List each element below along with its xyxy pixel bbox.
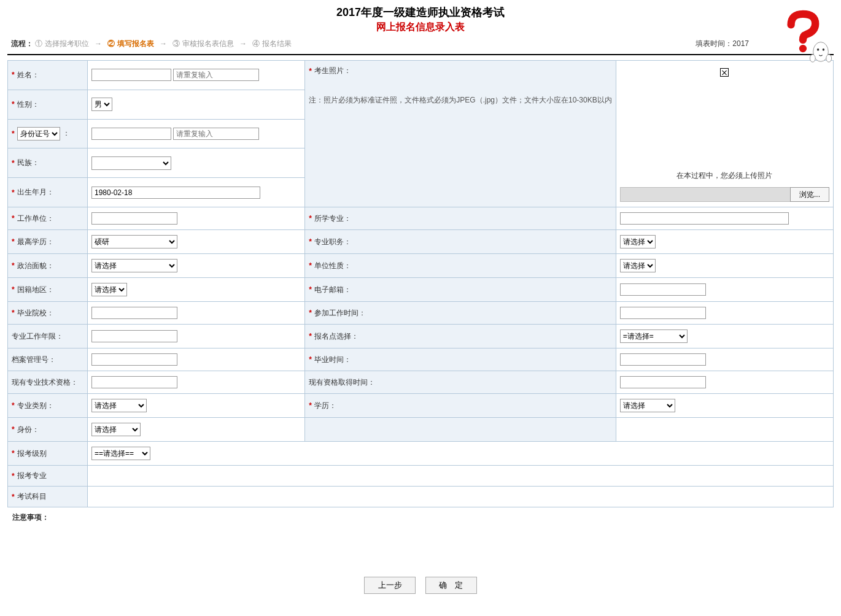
label-gender: 性别：	[17, 99, 39, 110]
identity-select[interactable]: 请选择	[91, 423, 141, 436]
flow-bar: 流程： ① 选择报考职位 → ② 填写报名表 → ③ 审核报名表信息 → ④ 报…	[0, 35, 841, 54]
study-major-input[interactable]	[620, 212, 789, 225]
button-row: 上一步 确 定	[0, 528, 841, 616]
label-archive: 档案管理号：	[12, 355, 56, 365]
label-unit-type: 单位性质：	[314, 261, 351, 271]
flow-step-4: ④ 报名结果	[252, 39, 291, 48]
flow-step-1: ① 选择报考职位	[35, 39, 88, 48]
degree-select[interactable]: 请选择	[620, 399, 675, 412]
name-repeat-input[interactable]	[173, 69, 259, 81]
photo-area: 在本过程中，您必须上传照片 浏览...	[616, 61, 833, 207]
current-qual-input[interactable]	[91, 376, 177, 388]
major-cat-select[interactable]: 请选择	[91, 399, 147, 412]
join-work-input[interactable]	[620, 307, 706, 319]
qual-time-input[interactable]	[620, 376, 706, 388]
id-input[interactable]	[91, 128, 171, 140]
page-title: 2017年度一级建造师执业资格考试	[0, 5, 841, 20]
ethnic-select[interactable]	[91, 156, 171, 170]
archive-input[interactable]	[91, 353, 177, 366]
label-prof-title: 专业职务：	[314, 237, 351, 247]
unit-type-select[interactable]: 请选择	[620, 259, 656, 272]
label-id-colon: ：	[63, 128, 70, 139]
label-email: 电子邮箱：	[314, 285, 351, 295]
label-identity: 身份：	[17, 425, 39, 435]
label-reg-point: 报名点选择：	[314, 331, 358, 342]
prof-title-select[interactable]: 请选择	[620, 235, 656, 248]
photo-note: 注：照片必须为标准证件照，文件格式必须为JPEG（.jpg）文件；文件大小应在1…	[309, 94, 611, 106]
grad-school-input[interactable]	[91, 307, 177, 319]
svg-point-4	[810, 55, 815, 62]
reg-point-select[interactable]: =请选择=	[620, 329, 688, 343]
label-exam-major: 报考专业	[17, 471, 47, 481]
email-input[interactable]	[620, 283, 706, 296]
label-qual-time: 现有资格取得时间：	[309, 377, 375, 388]
required-icon: *	[12, 71, 15, 79]
prev-button[interactable]: 上一步	[364, 577, 416, 594]
browse-button[interactable]: 浏览...	[790, 187, 829, 202]
label-ethnic: 民族：	[17, 158, 39, 168]
flow-label: 流程：	[11, 39, 33, 48]
birth-input[interactable]	[91, 187, 260, 199]
exam-level-select[interactable]: ==请选择==	[91, 447, 150, 460]
gender-select[interactable]: 男	[91, 98, 112, 111]
label-birth: 出生年月：	[17, 187, 54, 198]
confirm-button[interactable]: 确 定	[425, 577, 477, 594]
label-exam-subject: 考试科目	[17, 491, 47, 502]
label-study-major: 所学专业：	[314, 214, 351, 224]
registration-form: * 姓名： * 考生照片： 注：照片必须为标准证件照，文件格式必须为JPEG（.…	[7, 60, 834, 507]
label-join-work: 参加工作时间：	[314, 308, 366, 318]
flow-divider	[7, 54, 834, 55]
photo-path-display	[620, 187, 790, 202]
label-degree: 学历：	[314, 401, 336, 411]
grad-time-input[interactable]	[620, 353, 706, 366]
label-grad-school: 毕业院校：	[17, 308, 54, 318]
label-current-qual: 现有专业技术资格：	[12, 377, 78, 388]
broken-image-icon	[720, 68, 729, 77]
nationality-select[interactable]: 请选择	[91, 283, 127, 296]
label-work-years: 专业工作年限：	[12, 331, 63, 342]
label-name: 姓名：	[17, 70, 39, 80]
flow-time: 填表时间：2017	[696, 39, 749, 49]
label-nationality: 国籍地区：	[17, 285, 54, 295]
flow-step-3: ③ 审核报名表信息	[172, 39, 233, 48]
photo-hint: 在本过程中，您必须上传照片	[620, 171, 829, 181]
label-political: 政治面貌：	[17, 261, 54, 271]
label-photo: 考生照片：	[314, 66, 351, 76]
id-repeat-input[interactable]	[173, 128, 259, 140]
label-major-cat: 专业类别：	[17, 401, 54, 411]
flow-step-2: ② 填写报名表	[107, 39, 153, 48]
work-unit-input[interactable]	[91, 212, 177, 225]
label-grad-time: 毕业时间：	[314, 355, 351, 365]
name-input[interactable]	[91, 69, 171, 81]
notes-label: 注意事项：	[0, 507, 841, 528]
political-select[interactable]: 请选择	[91, 259, 177, 272]
svg-point-5	[826, 55, 832, 62]
page-subtitle: 网上报名信息录入表	[0, 21, 841, 34]
page-header: 2017年度一级建造师执业资格考试 网上报名信息录入表	[0, 0, 841, 35]
edu-select[interactable]: 硕研	[91, 235, 177, 248]
label-work-unit: 工作单位：	[17, 214, 54, 224]
work-years-input[interactable]	[91, 330, 177, 342]
id-type-select[interactable]: 身份证号	[17, 127, 60, 141]
label-exam-level: 报考级别	[17, 449, 47, 459]
label-edu: 最高学历：	[17, 237, 54, 247]
